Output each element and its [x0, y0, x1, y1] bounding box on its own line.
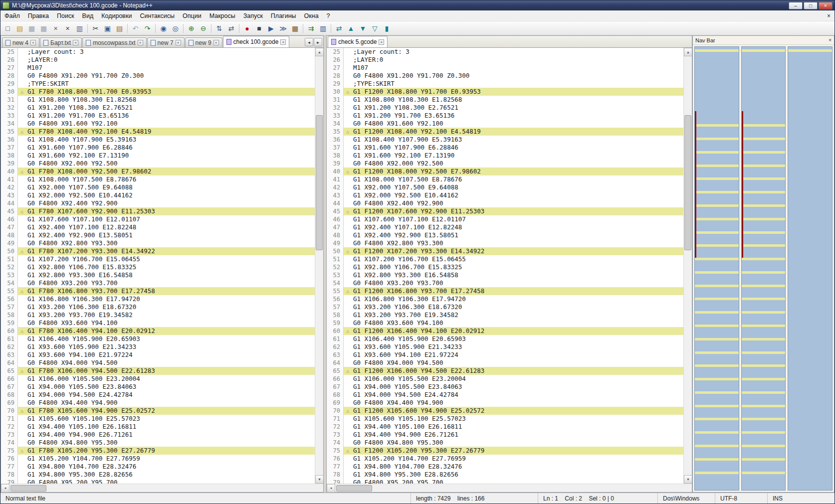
scroll-left-icon[interactable]: ◂: [1, 484, 9, 493]
code-line[interactable]: 64G0 F4800 X94.000 Y94.500: [1, 359, 315, 367]
menu-item-8[interactable]: Макросы: [206, 11, 239, 21]
record-macro-button[interactable]: ●: [241, 22, 253, 34]
copy-button[interactable]: ▣: [102, 22, 113, 34]
new-file-button[interactable]: □: [2, 22, 13, 34]
scroll-left-icon[interactable]: ◂: [327, 484, 335, 493]
nav-bar-toggle-button[interactable]: ▮: [381, 22, 393, 34]
code-line[interactable]: 58G1 X93.200 Y93.700 E19.34582: [1, 311, 315, 319]
code-line[interactable]: 78G1 X94.800 Y95.300 E28.82656: [327, 471, 683, 479]
tab-close-icon[interactable]: ×: [176, 40, 181, 45]
code-line[interactable]: 53G1 X92.800 Y93.300 E16.54858: [1, 271, 315, 279]
code-line[interactable]: 29;TYPE:SKIRT: [1, 80, 315, 88]
code-line[interactable]: 60⚠G1 F780 X106.400 Y94.100 E20.02912: [1, 327, 315, 335]
left-tab-new-9[interactable]: new 9×: [185, 37, 222, 47]
code-line[interactable]: 31G1 X108.800 Y108.300 E1.82568: [1, 96, 315, 104]
code-line[interactable]: 28G0 F4800 X91.200 Y91.700 Z0.300: [327, 72, 683, 80]
code-line[interactable]: 57G1 X93.200 Y106.300 E18.67320: [327, 303, 683, 311]
code-line[interactable]: 26;LAYER:0: [327, 56, 683, 64]
code-line[interactable]: 58G1 X93.200 Y93.700 E19.34582: [327, 311, 683, 319]
code-line[interactable]: 75⚠G1 F780 X105.200 Y95.300 E27.26779: [1, 447, 315, 455]
code-line[interactable]: 45⚠G1 F1200 X107.600 Y92.900 E11.25303: [327, 207, 683, 215]
status-eol-format[interactable]: Dos\Windows: [657, 493, 715, 504]
code-line[interactable]: 26;LAYER:0: [1, 56, 315, 64]
code-line[interactable]: 63G1 X93.600 Y94.100 E21.97224: [1, 351, 315, 359]
code-line[interactable]: 67G1 X94.000 Y105.500 E23.84063: [1, 383, 315, 391]
code-line[interactable]: 52G1 X92.800 Y106.700 E15.83325: [1, 263, 315, 271]
menu-item-9[interactable]: Запуск: [239, 11, 267, 21]
code-line[interactable]: 44G0 F4800 X92.400 Y92.900: [1, 199, 315, 207]
code-line[interactable]: 40⚠G1 F1200 X108.000 Y92.500 E7.98602: [327, 168, 683, 175]
replace-button[interactable]: ◎: [170, 22, 181, 34]
code-line[interactable]: 38G1 X91.600 Y92.100 E7.13190: [327, 152, 683, 160]
left-hscroll-thumb[interactable]: [10, 485, 46, 492]
minimize-button[interactable]: –: [789, 2, 803, 9]
close-doc-button[interactable]: ×: [50, 22, 61, 34]
scroll-down-icon[interactable]: ▼: [684, 475, 692, 484]
right-hscroll-thumb[interactable]: [336, 485, 372, 492]
code-line[interactable]: 79G0 F4800 X95.200 Y95.700: [327, 479, 683, 484]
code-line[interactable]: 49G0 F4800 X92.800 Y93.300: [1, 239, 315, 247]
close-all-button[interactable]: ×: [62, 22, 73, 34]
code-line[interactable]: 65⚠G1 F1200 X106.000 Y94.500 E22.61283: [327, 367, 683, 375]
print-button[interactable]: ▥: [74, 22, 85, 34]
code-line[interactable]: 35⚠G1 F1200 X108.400 Y92.100 E4.54819: [327, 128, 683, 136]
code-line[interactable]: 32G1 X91.200 Y108.300 E2.76521: [327, 104, 683, 112]
code-line[interactable]: 76G1 X105.200 Y104.700 E27.76959: [327, 455, 683, 463]
right-tab-check-5-gcode[interactable]: check 5.gcode×: [328, 36, 388, 47]
code-line[interactable]: 27M107: [1, 64, 315, 72]
tab-close-icon[interactable]: ×: [379, 39, 384, 45]
code-line[interactable]: 62G1 X93.600 Y105.900 E21.34233: [1, 343, 315, 351]
status-encoding[interactable]: UTF-8: [715, 493, 767, 504]
code-line[interactable]: 37G1 X91.600 Y107.900 E6.28846: [1, 144, 315, 152]
code-line[interactable]: 56G1 X106.800 Y106.300 E17.94720: [327, 295, 683, 303]
code-line[interactable]: 55⚠G1 F780 X106.800 Y93.700 E17.27458: [1, 287, 315, 295]
code-line[interactable]: 79G0 F4800 X95.200 Y95.700: [1, 479, 315, 484]
code-line[interactable]: 43G1 X92.000 Y92.500 E10.44162: [327, 191, 683, 199]
menu-item-5[interactable]: Кодировки: [97, 11, 136, 21]
code-line[interactable]: 70⚠G1 F780 X105.600 Y94.900 E25.02572: [1, 407, 315, 415]
code-line[interactable]: 57G1 X93.200 Y106.300 E18.67320: [1, 303, 315, 311]
menu-item-4[interactable]: Вид: [78, 11, 98, 21]
code-line[interactable]: 71G1 X105.600 Y105.100 E25.57023: [327, 415, 683, 423]
right-vertical-scrollbar[interactable]: ▲ ▼: [683, 48, 692, 484]
code-line[interactable]: 52G1 X92.800 Y106.700 E15.83325: [327, 263, 683, 271]
nav-column-right[interactable]: [741, 46, 786, 491]
code-line[interactable]: 77G1 X94.800 Y104.700 E28.32476: [327, 463, 683, 471]
code-line[interactable]: 60⚠G1 F1200 X106.400 Y94.100 E20.02912: [327, 327, 683, 335]
left-tab-moscowpass-txt[interactable]: moscowpass.txt×: [82, 37, 146, 47]
code-line[interactable]: 25;Layer count: 3: [1, 48, 315, 56]
find-button[interactable]: ◉: [158, 22, 169, 34]
menu-item-7[interactable]: Опции: [179, 11, 206, 21]
code-line[interactable]: 41G1 X108.000 Y107.500 E8.78676: [1, 175, 315, 183]
code-line[interactable]: 77G1 X94.800 Y104.700 E28.32476: [1, 463, 315, 471]
run-macro-multi-button[interactable]: ≫: [277, 22, 289, 34]
code-line[interactable]: 25;Layer count: 3: [327, 48, 683, 56]
code-line[interactable]: 74G0 F4800 X94.800 Y95.300: [1, 439, 315, 447]
code-line[interactable]: 59G0 F4800 X93.600 Y94.100: [1, 319, 315, 327]
paste-button[interactable]: ▤: [114, 22, 125, 34]
code-line[interactable]: 40⚠G1 F780 X108.000 Y92.500 E7.98602: [1, 168, 315, 175]
left-tab-new-4[interactable]: new 4×: [2, 37, 39, 47]
maximize-button[interactable]: □: [804, 2, 818, 9]
play-macro-button[interactable]: ▶: [265, 22, 277, 34]
code-line[interactable]: 65⚠G1 F780 X106.000 Y94.500 E22.61283: [1, 367, 315, 375]
right-vscroll-thumb[interactable]: [684, 115, 691, 250]
code-line[interactable]: 71G1 X105.600 Y105.100 E25.57023: [1, 415, 315, 423]
code-line[interactable]: 56G1 X106.800 Y106.300 E17.94720: [1, 295, 315, 303]
scroll-up-icon[interactable]: ▲: [684, 48, 692, 56]
code-line[interactable]: 41G1 X108.000 Y107.500 E8.78676: [327, 175, 683, 183]
code-line[interactable]: 48G1 X92.400 Y92.900 E13.58051: [1, 231, 315, 239]
code-line[interactable]: 73G1 X94.400 Y94.900 E26.71261: [327, 431, 683, 439]
code-line[interactable]: 59G0 F4800 X93.600 Y94.100: [327, 319, 683, 327]
code-line[interactable]: 51G1 X107.200 Y106.700 E15.06455: [1, 255, 315, 263]
tab-scroll-right-button[interactable]: ▸: [314, 38, 322, 46]
zoom-in-button[interactable]: ⊕: [186, 22, 197, 34]
code-line[interactable]: 36G1 X108.400 Y107.900 E5.39163: [327, 136, 683, 144]
zoom-out-button[interactable]: ⊖: [198, 22, 209, 34]
stop-macro-button[interactable]: ■: [253, 22, 265, 34]
code-line[interactable]: 48G1 X92.400 Y92.900 E13.58051: [327, 231, 683, 239]
code-line[interactable]: 46G1 X107.600 Y107.100 E12.01107: [327, 215, 683, 223]
code-line[interactable]: 66G1 X106.000 Y105.500 E23.20004: [327, 375, 683, 383]
code-line[interactable]: 34G0 F4800 X91.600 Y92.100: [327, 120, 683, 128]
code-line[interactable]: 53G1 X92.800 Y93.300 E16.54858: [327, 271, 683, 279]
